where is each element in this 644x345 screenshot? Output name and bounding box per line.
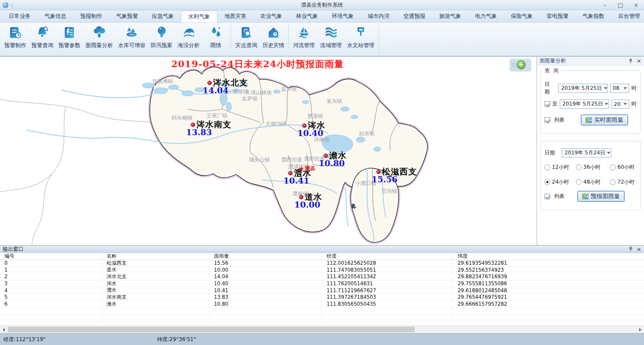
toolbar-button[interactable]: 流域管理 [317, 24, 344, 49]
table-cell: 涔水南支 [102, 294, 210, 301]
town-label: 金罗镇 [242, 95, 258, 102]
table-row[interactable]: 2涔水北支14.04111.45210541134229.88234767169… [0, 273, 644, 280]
minimize-button[interactable]: – [597, 0, 613, 10]
drag-grip-icon[interactable] [512, 63, 515, 67]
menu-tab[interactable]: 气象信息 [38, 10, 73, 22]
maximize-button[interactable]: □ [613, 0, 628, 10]
map-zoom-widget[interactable]: + [510, 59, 531, 71]
table-cell: 29.6666157957282 [453, 301, 644, 307]
end-hour-select[interactable]: 20 [611, 99, 629, 109]
chevron-down-icon [604, 87, 607, 89]
toolbar-button[interactable]: 灾点查询 [231, 24, 260, 49]
table-row[interactable]: 1道水10.00111.74708305505129.552156374923 [0, 266, 644, 273]
toolbar-button[interactable]: 淹没分析 [175, 24, 202, 49]
scrollbar-thumb[interactable] [8, 327, 415, 332]
horizontal-scrollbar[interactable] [0, 325, 644, 333]
toolbar-button[interactable]: 历史灾情 [260, 24, 287, 49]
forecast-period-radio[interactable]: 36小时 [576, 164, 610, 171]
menu-tab[interactable]: 保险气象 [504, 10, 540, 22]
toolbar-icon [92, 25, 107, 40]
menu-tab[interactable]: 预报制作 [73, 10, 109, 22]
list2-checkbox[interactable] [544, 194, 550, 199]
zoom-in-icon[interactable]: + [517, 60, 526, 69]
chevron-down-icon [623, 87, 627, 89]
table-cell: 29.7555811355086 [453, 280, 644, 287]
forecast-period-radio[interactable]: 48小时 [576, 178, 610, 186]
table-row[interactable]: 6澹水10.80111.83056505043529.6666157957282 [0, 301, 644, 308]
menu-tab[interactable]: 地质灾害 [217, 10, 253, 22]
menu-tab[interactable]: 交通预报 [396, 10, 432, 22]
table-row[interactable]: 3涔水10.40111.7620051463129.7555811355086 [0, 280, 644, 287]
pin-icon[interactable] [628, 58, 633, 64]
menu-tab[interactable]: 水利气象 [181, 10, 217, 22]
scroll-right-icon[interactable] [637, 326, 644, 333]
menu-tab[interactable]: 城市内涝 [361, 10, 396, 22]
toolbar-button[interactable]: 面雨量分析 [83, 24, 116, 49]
toolbar-button-label: 灾点查询 [235, 42, 257, 49]
forecast-rainfall-button[interactable]: 预报面雨量 [578, 191, 624, 202]
toolbar-button[interactable]: 防汛预案 [148, 24, 175, 49]
menu-tab[interactable]: 气象指数 [575, 10, 611, 22]
town-label: 梦溪镇 [307, 113, 323, 120]
table-cell: 3 [0, 280, 102, 287]
toolbar-button-label: 预警制作 [4, 42, 26, 49]
menu-tab[interactable]: 应急气象 [145, 10, 181, 22]
forecast-date-select[interactable]: 2019年 5月24日 [562, 148, 611, 157]
menu-tab-label: 交通预报 [403, 13, 425, 20]
menu-tab[interactable]: 电力气象 [468, 10, 504, 22]
list-checkbox[interactable] [544, 117, 550, 123]
close-button[interactable]: × [628, 0, 644, 10]
menu-tab-label: 地质灾害 [224, 13, 246, 20]
forecast-period-radio[interactable]: 72小时 [610, 178, 637, 186]
forecast-date-label: 日期 [544, 149, 555, 157]
toolbar-button[interactable]: 水文站管理 [344, 24, 377, 49]
menu-tab[interactable]: 气象预警 [109, 10, 145, 22]
basin-rainfall-value: 15.56 [372, 174, 398, 184]
radio-icon [576, 179, 582, 185]
menu-tab[interactable]: 雷电预警 [540, 10, 575, 22]
menu-tab[interactable]: 环境气象 [325, 10, 361, 22]
close-output-icon[interactable]: × [637, 246, 641, 253]
menu-tab[interactable]: 后台管理 [611, 10, 644, 22]
table-row[interactable]: 0松滋西支15.56112.00162562502829.61935495322… [0, 260, 644, 267]
realtime-rainfall-button[interactable]: 实时面雨量 [581, 115, 628, 125]
empty-row [0, 321, 644, 325]
toolbar-button[interactable]: 雨情 [202, 24, 229, 49]
forecast-group: 日期 2019年 5月24日 12小时 [541, 141, 641, 210]
toolbar-button[interactable]: 河流管理 [288, 24, 317, 49]
menu-tab[interactable]: 日常业务 [2, 10, 38, 22]
start-date-select[interactable]: 2019年 5月25日 [558, 84, 608, 93]
menu-tab-label: 后台管理 [618, 13, 640, 20]
start-hour-select[interactable]: 08 [610, 84, 629, 93]
toolbar-button[interactable]: 预警参数 [56, 24, 83, 49]
end-date-select[interactable]: 2019年 5月25日 [560, 99, 609, 109]
pin-icon[interactable] [628, 246, 633, 252]
toolbar-button[interactable]: 预警制作 [2, 24, 29, 49]
town-label: 码头铺镇 [172, 114, 193, 122]
table-row[interactable]: 5涔水南支13.83111.39726718450329.76544769759… [0, 294, 644, 301]
menu-tab-label: 林业气象 [296, 13, 318, 20]
empty-row [0, 308, 644, 315]
menu-tab[interactable]: 林业气象 [289, 10, 325, 22]
town-label: 复兴镇 [327, 98, 342, 105]
map-canvas[interactable]: 2019-05-24日未来24小时预报面雨量 + 甘溪滩镇 火连坡镇 盐井镇 [0, 57, 537, 245]
town-label: 盐井镇 [281, 85, 297, 93]
forecast-period-radio[interactable]: 60小时 [610, 164, 637, 171]
toolbar-button[interactable]: 预警查询 [29, 24, 56, 49]
table-cell: 0 [0, 260, 102, 266]
menu-tab[interactable]: 农业气象 [253, 10, 289, 22]
basin-rainfall-value: 10.40 [297, 128, 324, 138]
table-row[interactable]: 4澧水10.41111.71121966762729.6188012485048 [0, 287, 644, 294]
end-date-checkbox[interactable] [544, 101, 550, 107]
toolbar-icon [155, 25, 169, 40]
chevron-down-icon [605, 103, 608, 105]
column-header: 名称 [102, 253, 210, 260]
close-panel-icon[interactable]: × [637, 58, 641, 64]
output-window: 输出窗口 × 编号 名称 面雨量 经度 纬度 0松滋西支15.56112.0 [0, 245, 644, 333]
toolbar-button[interactable]: 水库可增容 [116, 24, 148, 49]
scroll-left-icon[interactable] [0, 326, 7, 333]
forecast-period-radio[interactable]: 24小时 [544, 178, 576, 186]
toolbar-icon [354, 25, 368, 40]
forecast-period-radio[interactable]: 12小时 [544, 164, 576, 171]
menu-tab[interactable]: 旅游气象 [432, 10, 468, 22]
